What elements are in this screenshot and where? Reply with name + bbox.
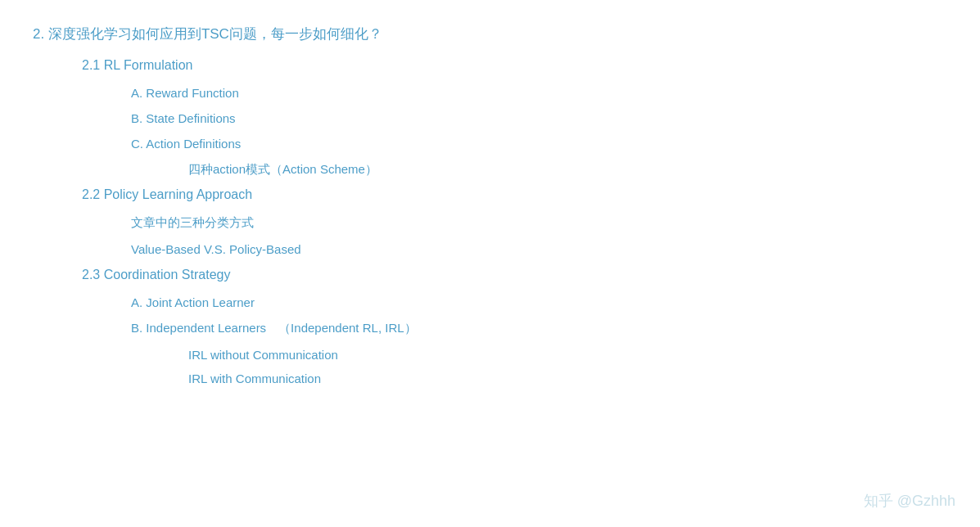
section-2-2-item-1: 文章中的三种分类方式 [33, 215, 947, 231]
watermark: 知乎 @Gzhhh [864, 491, 955, 511]
section-2-1-item-b: B. State Definitions [33, 111, 947, 125]
section-2-3-sub-irl-no-comm: IRL without Communication [33, 348, 947, 362]
section-2-3-item-a: A. Joint Action Learner [33, 295, 947, 309]
section-2-3-item-b: B. Independent Learners （Independent RL,… [33, 321, 947, 336]
section-2-1-item-c: C. Action Definitions [33, 137, 947, 151]
section-2-3-sub-irl-comm: IRL with Communication [33, 372, 947, 385]
section-2-2-title: 2.2 Policy Learning Approach [33, 187, 947, 202]
section-2-2-item-2: Value-Based V.S. Policy-Based [33, 242, 947, 256]
section-2-1-sub-action-scheme: 四种action模式（Action Scheme） [33, 162, 947, 178]
section-2-3-title: 2.3 Coordination Strategy [33, 268, 947, 282]
section-2-1-title: 2.1 RL Formulation [33, 58, 947, 73]
section-2-title: 2. 深度强化学习如何应用到TSC问题，每一步如何细化？ [33, 25, 947, 43]
outline-container: 2. 深度强化学习如何应用到TSC问题，每一步如何细化？ 2.1 RL Form… [33, 16, 947, 403]
section-2-1-item-a: A. Reward Function [33, 86, 947, 100]
